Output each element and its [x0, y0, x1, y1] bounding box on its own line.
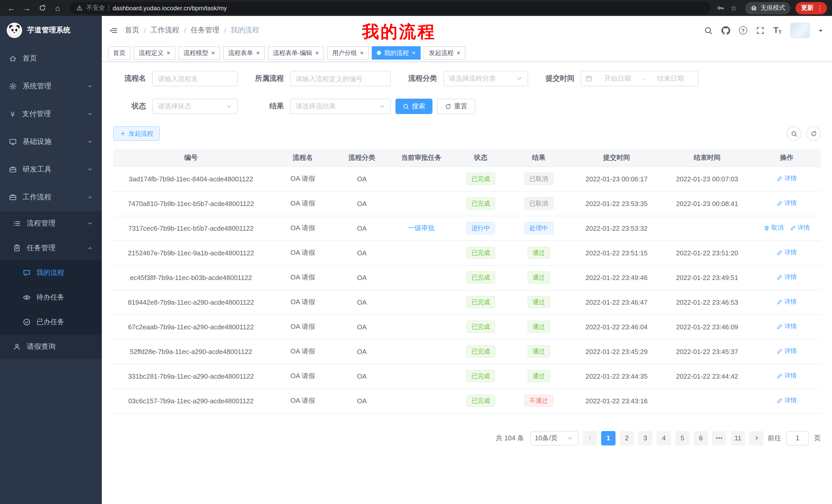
github-icon[interactable]: [722, 26, 730, 35]
tab-home[interactable]: 首页: [108, 46, 131, 60]
chevron-down-icon: [87, 83, 93, 89]
chevron-down-icon: [87, 220, 93, 227]
user-avatar[interactable]: [790, 23, 810, 38]
sidebar-item-done-task[interactable]: 已办任务: [0, 310, 102, 334]
detail-button[interactable]: 详情: [777, 273, 797, 282]
detail-button[interactable]: 详情: [777, 248, 797, 257]
page-button-6[interactable]: 6: [694, 431, 708, 445]
font-size-icon[interactable]: TT: [773, 26, 782, 35]
create-process-button[interactable]: 发起流程: [113, 127, 160, 141]
result-select[interactable]: 请选择流结果: [290, 99, 391, 114]
tab-user-group[interactable]: 用户分组×: [327, 46, 369, 60]
close-icon[interactable]: ×: [412, 50, 415, 56]
col-end-time: 结束时间: [661, 149, 753, 166]
edit-icon: [777, 324, 783, 330]
detail-button[interactable]: 详情: [777, 372, 797, 381]
goto-page-input[interactable]: [786, 431, 809, 445]
status-select[interactable]: 请选择状态: [152, 99, 238, 114]
page-button-11[interactable]: 11: [731, 431, 745, 445]
sidebar-item-task-mgmt[interactable]: 任务管理: [0, 236, 102, 260]
detail-button[interactable]: 详情: [777, 323, 797, 331]
category-select[interactable]: 请选择流程分类: [443, 71, 528, 86]
browser-refresh-icon[interactable]: [36, 2, 48, 14]
close-icon[interactable]: ×: [166, 50, 170, 56]
page-button-5[interactable]: 5: [675, 431, 690, 445]
process-def-input[interactable]: [290, 71, 391, 86]
close-icon[interactable]: ×: [256, 50, 260, 56]
sidebar-item-my-process[interactable]: 我的流程: [0, 260, 102, 285]
tab-my-process[interactable]: 我的流程×: [372, 46, 421, 60]
sidebar-toggle-icon[interactable]: [109, 26, 118, 35]
tab-process-model[interactable]: 流程模型×: [178, 46, 220, 60]
page-button-2[interactable]: 2: [620, 431, 634, 445]
sidebar-item-process-mgmt[interactable]: 流程管理: [0, 211, 102, 236]
browser-forward-icon[interactable]: →: [21, 2, 33, 14]
header-search-icon[interactable]: [704, 26, 713, 35]
sidebar-item-label: 基础设施: [23, 137, 51, 146]
sidebar-item-infra[interactable]: 基础设施: [0, 128, 102, 156]
fullscreen-icon[interactable]: [756, 26, 765, 35]
search-button[interactable]: 搜索: [395, 99, 433, 114]
goto-suffix: 页: [814, 433, 821, 443]
sidebar-item-todo-task[interactable]: 待办任务: [0, 285, 102, 310]
filter-label-process-name: 流程名: [113, 74, 146, 83]
tab-process-form-edit[interactable]: 流程表单-编辑×: [268, 46, 324, 60]
detail-button[interactable]: 详情: [777, 347, 797, 356]
screen: ← → ⌂ 不安全 dashboard.yudao.iocoder.cn/bpm…: [0, 0, 832, 504]
filter-label-status: 状态: [113, 102, 146, 111]
tab-start-process[interactable]: 发起流程×: [424, 46, 465, 60]
browser-home-icon[interactable]: ⌂: [51, 2, 64, 14]
app-logo[interactable]: 芋道管理系统: [0, 16, 102, 45]
avatar-caret-icon[interactable]: [818, 30, 823, 34]
browser-back-icon[interactable]: ←: [5, 2, 18, 14]
help-icon[interactable]: ?: [739, 26, 747, 34]
page-ellipsis-button[interactable]: •••: [712, 431, 727, 445]
refresh-table-button[interactable]: [806, 127, 821, 141]
detail-button[interactable]: 详情: [777, 396, 797, 405]
breadcrumb-workflow[interactable]: 工作流程: [151, 26, 179, 35]
process-name-input[interactable]: [152, 71, 238, 86]
submit-time-range-picker[interactable]: 开始日期 - 结束日期: [580, 71, 698, 86]
reset-button[interactable]: 重置: [437, 99, 475, 114]
tab-process-form[interactable]: 流程表单×: [223, 46, 265, 60]
next-page-button[interactable]: [749, 431, 763, 445]
page-button-4[interactable]: 4: [657, 431, 671, 445]
close-icon[interactable]: ×: [457, 50, 460, 56]
sidebar-item-devtools[interactable]: 研发工具: [0, 156, 102, 184]
sidebar-item-leave-query[interactable]: 请假查询: [0, 334, 102, 359]
detail-button[interactable]: 详情: [777, 298, 797, 306]
page-button-3[interactable]: 3: [638, 431, 653, 445]
browser-update-button[interactable]: 更新 ⋮: [796, 2, 827, 14]
cancel-button[interactable]: 取消: [763, 224, 784, 232]
close-icon[interactable]: ×: [360, 50, 364, 56]
detail-button[interactable]: 详情: [790, 224, 810, 232]
address-bar[interactable]: 不安全 dashboard.yudao.iocoder.cn/bpm/task/…: [70, 2, 711, 14]
security-warning-icon: [76, 5, 83, 11]
sidebar-item-home[interactable]: 首页: [0, 45, 102, 73]
bookmark-star-icon[interactable]: ☆: [728, 2, 740, 14]
cell-submit-time: 2022-01-22 23:51:15: [572, 241, 661, 265]
chevron-down-icon: [378, 102, 386, 110]
sidebar-item-workflow[interactable]: 工作流程: [0, 184, 102, 211]
detail-button[interactable]: 详情: [777, 174, 797, 183]
page-size-select[interactable]: 10条/页: [530, 431, 578, 445]
show-search-button[interactable]: [787, 127, 801, 141]
breadcrumb-home[interactable]: 首页: [125, 26, 139, 35]
cell-id: 7317cec6-7b9b-11ec-b5b7-acde48001122: [113, 216, 269, 241]
breadcrumb-task-mgmt[interactable]: 任务管理: [191, 26, 219, 35]
detail-button[interactable]: 详情: [777, 199, 797, 208]
page-button-1[interactable]: 1: [601, 431, 616, 445]
cell-status: 已完成: [456, 364, 506, 388]
cell-end-time: [661, 216, 753, 241]
prev-page-button[interactable]: [582, 431, 597, 445]
cell-name: OA 请假: [269, 339, 337, 364]
close-icon[interactable]: ×: [315, 50, 319, 56]
password-key-icon[interactable]: [717, 4, 725, 12]
sidebar-item-payment[interactable]: ¥ 支付管理: [0, 100, 102, 128]
browser-menu-icon[interactable]: ⋮: [816, 4, 823, 12]
sidebar-item-system[interactable]: 系统管理: [0, 73, 102, 100]
pagination: 共 104 条 10条/页 1 2 3 4 5 6 ••• 11 前往: [113, 431, 821, 445]
tab-process-definition[interactable]: 流程定义×: [134, 46, 175, 60]
close-icon[interactable]: ×: [211, 50, 215, 56]
current-task-link[interactable]: 一级审批: [408, 224, 435, 232]
